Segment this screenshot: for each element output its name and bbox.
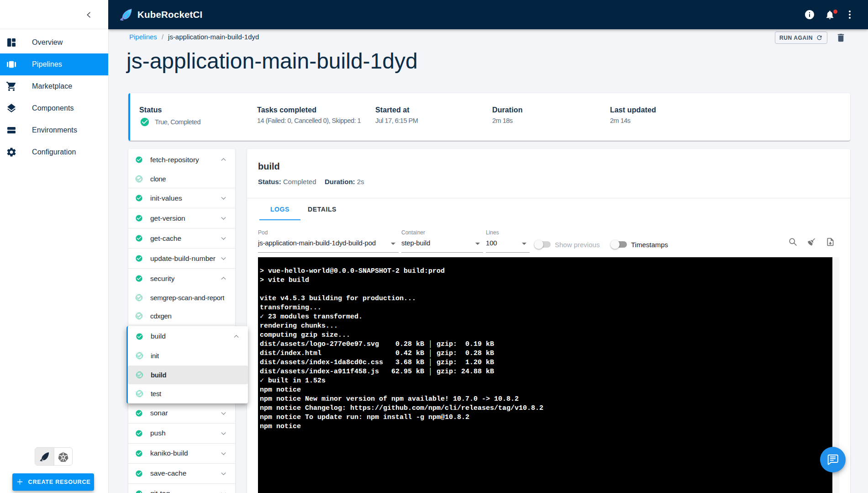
breadcrumb-pipelines-link[interactable]: Pipelines [129, 33, 157, 41]
task-success-icon [135, 409, 143, 417]
pod-select[interactable]: Pod js-application-main-build-1dyd-build… [258, 229, 399, 253]
pod-label: Pod [258, 229, 399, 236]
sidebar-item-overview[interactable]: Overview [0, 32, 108, 53]
step-success-icon [136, 371, 143, 379]
info-button[interactable] [800, 5, 819, 25]
dashboard-icon [6, 37, 17, 48]
sidebar-item-pipelines[interactable]: Pipelines [0, 53, 108, 75]
last-updated-value: 2m 14s [610, 117, 631, 124]
task-row-sonar[interactable]: sonar [128, 403, 235, 423]
rows-icon [6, 125, 17, 136]
task-success-icon [135, 194, 143, 202]
expand-chevron[interactable] [218, 233, 229, 244]
expand-chevron[interactable] [231, 331, 242, 342]
task-success-icon [135, 490, 143, 493]
tab-details[interactable]: DETAILS [300, 198, 344, 220]
task-group-fetch-repository: fetch-repository clone [128, 150, 235, 188]
task-label: security [150, 275, 174, 283]
task-step-test[interactable]: test [128, 384, 248, 403]
select-underline [401, 252, 483, 253]
sidebar-item-configuration[interactable]: Configuration [0, 141, 108, 163]
container-value: step-build [401, 239, 483, 247]
clear-logs-button[interactable] [807, 237, 816, 247]
cluster-toggle-kubernetes[interactable] [54, 448, 73, 465]
run-again-button[interactable]: RUN AGAIN [775, 32, 827, 44]
task-row-save-cache[interactable]: save-cache [128, 464, 235, 483]
sidebar-item-components[interactable]: Components [0, 97, 108, 119]
task-row-git-tag[interactable]: git-tag [128, 484, 235, 493]
expand-chevron[interactable] [218, 448, 229, 459]
sidebar-item-label: Pipelines [32, 60, 62, 69]
sidebar-nav: Overview Pipelines Marketplace Component… [0, 32, 108, 163]
delete-button[interactable] [836, 32, 846, 43]
last-updated-label: Last updated [610, 106, 656, 114]
expand-chevron[interactable] [218, 488, 229, 493]
task-label: clone [150, 175, 166, 183]
task-row-kaniko-build[interactable]: kaniko-build [128, 444, 235, 463]
sidebar-item-marketplace[interactable]: Marketplace [0, 75, 108, 97]
task-group-kaniko-build: kaniko-build [128, 444, 235, 463]
task-row-fetch-repository[interactable]: fetch-repository [128, 150, 235, 170]
task-success-icon [135, 214, 143, 222]
task-success-icon [135, 156, 143, 164]
notifications-button[interactable] [821, 5, 839, 25]
task-row-build[interactable]: build [128, 326, 248, 346]
expand-chevron[interactable] [218, 408, 229, 419]
refresh-icon [816, 34, 823, 41]
log-output: > vue-hello-world@0.0.0-SNAPSHOT-2 build… [258, 257, 832, 431]
chevron-down-icon [221, 451, 226, 456]
search-icon [788, 237, 798, 247]
task-label: push [150, 429, 166, 437]
sidebar-collapse-button[interactable] [83, 10, 95, 21]
tab-logs[interactable]: LOGS [259, 198, 300, 220]
task-step-clone[interactable]: clone [128, 170, 235, 188]
status-card: Status True, Completed Tasks completed 1… [128, 93, 850, 141]
expand-chevron[interactable] [218, 273, 229, 284]
show-previous-switch[interactable]: Show previous [536, 240, 600, 249]
sidebar-item-environments[interactable]: Environments [0, 119, 108, 141]
task-step-build[interactable]: build [128, 366, 248, 385]
expand-chevron[interactable] [218, 213, 229, 224]
task-step-semgrep-scan-and-report[interactable]: semgrep-scan-and-report [128, 288, 235, 307]
lines-select[interactable]: Lines 100 [486, 229, 530, 253]
task-row-get-cache[interactable]: get-cache [128, 228, 235, 248]
task-step-init[interactable]: init [128, 346, 248, 366]
chevron-down-icon [221, 491, 226, 493]
task-label: init-values [150, 194, 182, 202]
started-at-value: Jul 17, 6:15 PM [375, 117, 418, 124]
sidebar-item-label: Overview [32, 38, 63, 47]
task-row-get-version[interactable]: get-version [128, 208, 235, 228]
chevron-down-icon [221, 195, 226, 201]
expand-chevron[interactable] [218, 468, 229, 479]
search-logs-button[interactable] [788, 237, 798, 247]
task-row-security[interactable]: security [128, 269, 235, 288]
cart-icon [6, 81, 17, 92]
cluster-toggle-kuberocketci[interactable] [35, 448, 54, 465]
task-row-push[interactable]: push [128, 424, 235, 443]
expand-chevron[interactable] [218, 428, 229, 439]
task-success-icon [135, 470, 143, 477]
download-logs-button[interactable] [826, 237, 835, 247]
duration-label: Duration [492, 106, 523, 114]
create-resource-button[interactable]: CREATE RESOURCE [12, 473, 94, 491]
task-success-icon [135, 234, 143, 242]
expand-chevron[interactable] [218, 193, 229, 204]
breadcrumb: Pipelines / js-application-main-build-1d… [129, 33, 259, 41]
task-step-cdxgen[interactable]: cdxgen [128, 307, 235, 325]
task-label: update-build-number [150, 254, 216, 263]
expand-chevron[interactable] [218, 253, 229, 264]
chat-fab[interactable] [820, 447, 846, 472]
task-group-sonar: sonar [128, 403, 235, 423]
timestamps-switch[interactable]: Timestamps [612, 240, 668, 249]
expand-chevron[interactable] [218, 154, 229, 165]
task-row-init-values[interactable]: init-values [128, 188, 235, 208]
step-title: build [258, 161, 280, 172]
task-row-update-build-number[interactable]: update-build-number [128, 249, 235, 268]
step-duration-value: 2s [357, 178, 364, 186]
file-download-icon [826, 237, 835, 247]
breadcrumb-separator: / [162, 33, 163, 41]
terminal[interactable]: > vue-hello-world@0.0.0-SNAPSHOT-2 build… [258, 257, 832, 493]
step-success-icon [136, 390, 143, 398]
container-select[interactable]: Container step-build [401, 229, 483, 253]
more-menu-button[interactable] [841, 5, 859, 25]
